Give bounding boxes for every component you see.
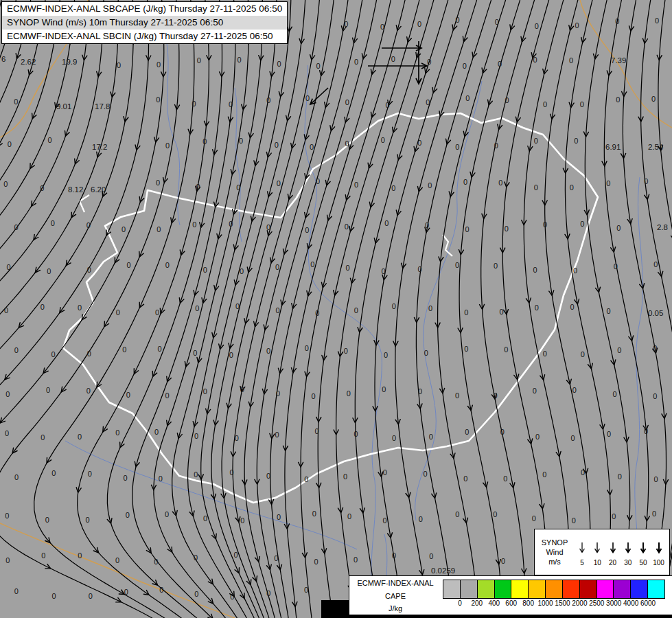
map-zero-label: 0 xyxy=(237,56,241,64)
map-zero-label: 0 xyxy=(192,220,196,229)
map-zero-label: 0 xyxy=(305,344,309,352)
map-zero-label: 0 xyxy=(193,349,197,357)
map-zero-label: 0 xyxy=(266,472,270,480)
map-zero-label: 0 xyxy=(504,345,508,354)
map-zero-label: 0 xyxy=(40,303,45,311)
map-zero-label: 0 xyxy=(573,266,577,275)
map-zero-label: 0 xyxy=(381,136,385,144)
extra-wind-arrows-layer xyxy=(310,41,427,104)
map-zero-label: 0 xyxy=(315,427,319,435)
map-zero-label: 0 xyxy=(197,56,201,65)
map-zero-label: 0 xyxy=(386,101,390,109)
map-zero-label: 0 xyxy=(612,512,616,520)
synop-wind-arrow-icon xyxy=(609,541,617,558)
map-zero-label: 0 xyxy=(543,100,547,108)
map-zero-label: 0 xyxy=(570,303,575,311)
cape-tick-label: 2500 xyxy=(589,599,604,607)
map-zero-label: 0 xyxy=(3,180,8,188)
map-value-label: 9.01 xyxy=(56,102,71,111)
map-zero-label: 0 xyxy=(203,387,207,396)
map-zero-label: 0 xyxy=(52,592,56,600)
synop-wind-arrow-icon xyxy=(655,541,663,558)
cape-tick-label: 0 xyxy=(458,599,462,607)
map-zero-label: 0 xyxy=(51,469,56,477)
synop-legend-title-line1: SYNOP xyxy=(542,538,568,547)
cape-color-cell xyxy=(614,580,631,598)
map-zero-label: 0 xyxy=(195,304,199,312)
cape-legend-param: CAPE xyxy=(385,592,406,600)
map-zero-label: 0 xyxy=(543,220,547,229)
map-zero-label: 0 xyxy=(5,390,10,398)
map-zero-label: 0 xyxy=(382,516,386,525)
map-zero-label: 0 xyxy=(86,387,91,395)
map-zero-label: 0 xyxy=(78,304,82,312)
map-zero-label: 0 xyxy=(344,347,348,355)
cape-tick-label: 6000 xyxy=(640,599,656,607)
map-zero-label: 0 xyxy=(46,386,50,394)
map-zero-label: 0 xyxy=(494,141,498,150)
map-zero-label: 0 xyxy=(345,222,349,231)
wind-arrow xyxy=(382,45,421,51)
map-zero-label: 0 xyxy=(417,20,421,28)
map-zero-label: 0 xyxy=(383,468,387,477)
cape-legend-units: J/kg xyxy=(389,604,402,613)
map-zero-label: 0 xyxy=(494,262,498,270)
synop-speed-row: 510203050100 xyxy=(575,559,667,566)
map-zero-label: 0 xyxy=(14,98,18,106)
cape-color-cell xyxy=(529,580,546,598)
cape-color-cell xyxy=(511,580,529,598)
streamline xyxy=(545,0,590,618)
map-zero-label: 0 xyxy=(314,558,318,566)
map-zero-label: 0 xyxy=(463,62,467,70)
map-zero-label: 0 xyxy=(571,434,575,442)
map-zero-label: 0 xyxy=(47,267,51,275)
map-zero-label: 0 xyxy=(266,347,270,355)
map-zero-label: 0 xyxy=(51,350,56,358)
map-zero-label: 0 xyxy=(229,220,233,228)
synop-speed-label: 20 xyxy=(607,559,618,566)
map-zero-label: 0 xyxy=(203,514,207,523)
map-zero-label: 0 xyxy=(194,590,198,598)
map-zero-label: 0 xyxy=(354,58,358,66)
map-zero-label: 0 xyxy=(606,179,610,187)
synop-speed-label: 30 xyxy=(623,559,634,566)
map-zero-label: 0 xyxy=(495,18,499,26)
map-zero-label: 0 xyxy=(535,433,540,441)
map-zero-label: 0 xyxy=(235,434,239,442)
title-box: ECMWF-INDEX-ANAL SBCAPE (J/kg) Thursday … xyxy=(1,1,288,44)
map-value-label: 6.20 xyxy=(91,185,106,194)
map-zero-label: 0 xyxy=(455,391,459,400)
map-zero-label: 0 xyxy=(417,139,421,147)
map-zero-label: 0 xyxy=(266,589,270,597)
map-zero-label: 0 xyxy=(463,178,467,186)
streamline xyxy=(336,0,435,618)
cape-color-cell xyxy=(580,580,597,598)
map-zero-label: 0 xyxy=(165,510,169,518)
map-zero-label: 0 xyxy=(572,386,577,394)
map-zero-label: 0 xyxy=(165,141,170,150)
map-zero-label: 0 xyxy=(194,432,198,440)
map-zero-label: 0 xyxy=(417,265,421,273)
map-zero-label: 0 xyxy=(239,137,243,145)
synop-wind-arrow-icon xyxy=(593,541,601,558)
map-zero-label: 0 xyxy=(276,306,280,314)
map-value-labels-layer: 0000000000000000000000000000000000000000… xyxy=(1,16,668,601)
map-zero-label: 0 xyxy=(428,304,432,312)
map-zero-label: 0 xyxy=(382,385,386,393)
map-zero-label: 0 xyxy=(419,515,423,523)
cape-tick-label: 1000 xyxy=(537,599,553,607)
map-zero-label: 0 xyxy=(428,181,432,190)
map-zero-label: 0 xyxy=(115,428,119,437)
map-zero-label: 0 xyxy=(500,308,504,316)
map-zero-label: 0 xyxy=(116,308,120,317)
map-zero-label: 0 xyxy=(575,21,579,30)
synop-arrow-row xyxy=(575,538,667,558)
cape-tick-label: 1500 xyxy=(555,599,570,607)
map-zero-label: 0 xyxy=(392,434,396,442)
cape-tick-label: 3000 xyxy=(606,599,621,607)
map-zero-label: 0 xyxy=(652,510,656,518)
map-zero-label: 0 xyxy=(78,433,82,441)
map-zero-label: 0 xyxy=(6,263,10,271)
map-zero-label: 0 xyxy=(501,557,505,565)
cape-colorbar-ticks: 0200400600800100015002000250030004000600… xyxy=(443,599,665,609)
